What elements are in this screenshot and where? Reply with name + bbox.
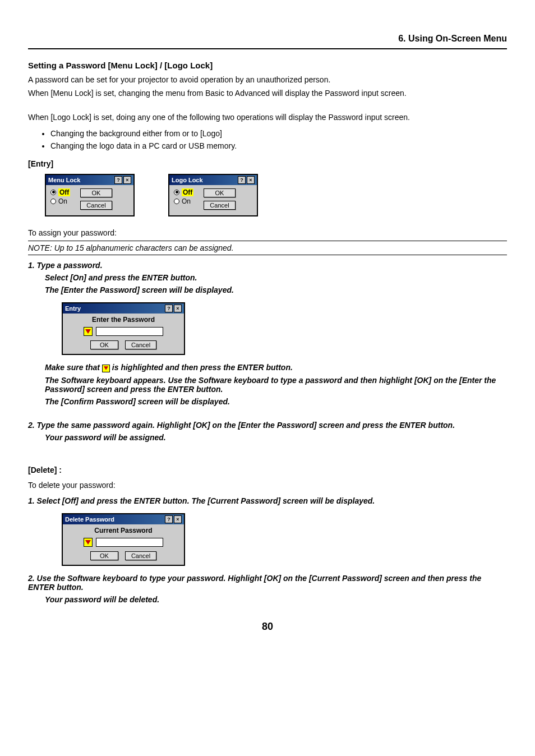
dropdown-icon[interactable] — [84, 538, 93, 547]
cancel-button[interactable]: Cancel — [204, 201, 235, 210]
svg-marker-0 — [85, 329, 91, 334]
dialog-titlebar: Delete Password ? × — [63, 514, 184, 524]
radio-icon — [174, 190, 179, 195]
dialog-titlebar: Logo Lock ? × — [169, 175, 257, 185]
password-input[interactable] — [96, 538, 163, 547]
step-2-sub: Your password will be assigned. — [45, 433, 507, 442]
close-icon[interactable]: × — [247, 176, 255, 184]
dialog-title: Entry — [65, 305, 164, 312]
delete-password-dialog: Delete Password ? × Current Password OK … — [62, 513, 185, 566]
dropdown-icon — [102, 365, 110, 372]
assign-text: To assign your password: — [28, 228, 507, 239]
password-input[interactable] — [96, 327, 163, 336]
radio-icon — [174, 199, 179, 204]
radio-label-on: On — [182, 197, 191, 205]
ok-button[interactable]: OK — [80, 188, 112, 197]
entry-heading: [Entry] — [28, 159, 507, 168]
header-section-title: 6. Using On-Screen Menu — [28, 34, 507, 46]
text-part: Make sure that — [45, 363, 102, 372]
after-entry-l3: The [Confirm Password] screen will be di… — [45, 397, 507, 406]
logo-lock-dialog: Logo Lock ? × Off On OK Cance — [168, 174, 258, 216]
current-password-label: Current Password — [67, 524, 179, 537]
delete-step-2-sub: Your password will be deleted. — [45, 595, 507, 604]
entry-password-dialog: Entry ? × Enter the Password OK Cancel — [62, 302, 185, 355]
dialog-row: Menu Lock ? × Off On OK Cance — [45, 174, 507, 216]
intro-p1: A password can be set for your projector… — [28, 75, 507, 86]
radio-label-on: On — [58, 197, 67, 205]
cancel-button[interactable]: Cancel — [125, 340, 156, 349]
intro-p3: When [Logo Lock] is set, doing any one o… — [28, 112, 507, 123]
ok-button[interactable]: OK — [90, 551, 118, 560]
radio-off[interactable]: Off — [174, 188, 193, 196]
enter-password-label: Enter the Password — [67, 314, 179, 326]
document-page: 6. Using On-Screen Menu Setting a Passwo… — [0, 0, 535, 655]
bullet-list: Changing the background either from or t… — [28, 129, 507, 150]
dialog-titlebar: Entry ? × — [63, 303, 184, 314]
divider — [28, 255, 507, 255]
divider — [28, 241, 507, 241]
help-icon[interactable]: ? — [165, 305, 173, 312]
delete-intro: To delete your password: — [28, 480, 507, 491]
close-icon[interactable]: × — [174, 305, 182, 312]
help-icon[interactable]: ? — [238, 176, 246, 184]
dialog-titlebar: Menu Lock ? × — [46, 175, 133, 185]
step-1: 1. Type a password. — [28, 261, 507, 270]
menu-lock-dialog: Menu Lock ? × Off On OK Cance — [45, 174, 135, 216]
after-entry-l1: Make sure that is highlighted and then p… — [45, 363, 507, 372]
ok-button[interactable]: OK — [90, 340, 118, 349]
text-part: is highlighted and then press the ENTER … — [112, 363, 293, 372]
help-icon[interactable]: ? — [165, 515, 173, 523]
close-icon[interactable]: × — [123, 176, 131, 184]
step-2: 2. Type the same password again. Highlig… — [28, 421, 507, 430]
close-icon[interactable]: × — [174, 515, 182, 523]
ok-button[interactable]: OK — [204, 188, 235, 197]
bullet-item: Changing the logo data in a PC card or U… — [50, 141, 507, 150]
page-title: Setting a Password [Menu Lock] / [Logo L… — [28, 61, 507, 70]
divider — [28, 48, 507, 49]
help-icon[interactable]: ? — [114, 176, 122, 184]
step-1-sub1: Select [On] and press the ENTER button. — [45, 273, 507, 282]
dialog-title: Delete Password — [65, 516, 164, 523]
radio-icon — [50, 199, 56, 204]
svg-marker-1 — [104, 366, 108, 370]
page-number: 80 — [28, 621, 507, 633]
step-1-sub2: The [Enter the Password] screen will be … — [45, 285, 507, 294]
radio-off[interactable]: Off — [50, 188, 70, 196]
after-entry-l2: The Software keyboard appears. Use the S… — [45, 376, 507, 394]
delete-step-1: 1. Select [Off] and press the ENTER butt… — [28, 496, 507, 505]
delete-step-2: 2. Use the Software keyboard to type you… — [28, 574, 507, 592]
delete-heading: [Delete] : — [28, 465, 507, 474]
radio-label-off: Off — [58, 188, 70, 196]
dialog-title: Logo Lock — [172, 177, 237, 183]
radio-icon — [50, 190, 56, 195]
cancel-button[interactable]: Cancel — [80, 201, 112, 210]
bullet-item: Changing the background either from or t… — [50, 129, 507, 138]
note-text: NOTE: Up to 15 alphanumeric characters c… — [28, 243, 507, 252]
dialog-title: Menu Lock — [48, 177, 113, 183]
dropdown-icon[interactable] — [84, 327, 93, 336]
cancel-button[interactable]: Cancel — [125, 551, 156, 560]
intro-p2: When [Menu Lock] is set, changing the me… — [28, 88, 507, 99]
radio-on[interactable]: On — [50, 197, 70, 205]
radio-label-off: Off — [182, 188, 193, 196]
svg-marker-2 — [85, 540, 91, 545]
radio-on[interactable]: On — [174, 197, 193, 205]
